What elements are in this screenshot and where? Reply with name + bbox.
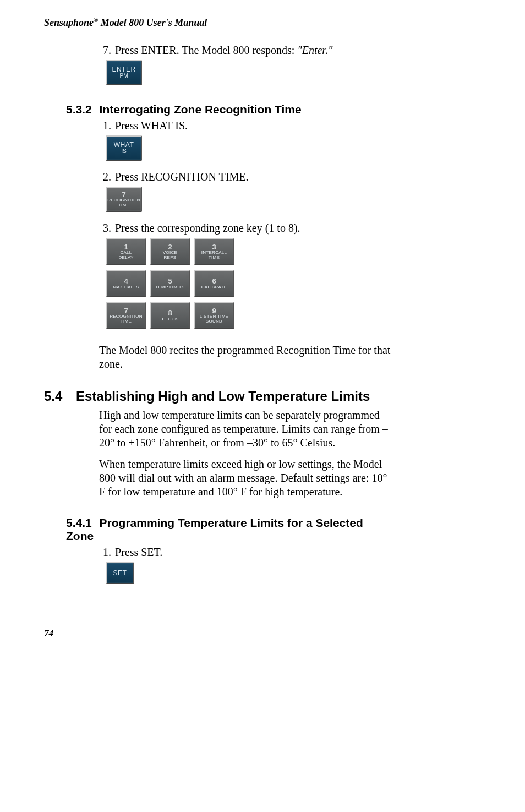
section-5-3-2-body: 1. Press WHAT IS. WHAT IS 2. Press RECOG… <box>99 119 393 329</box>
zone-keypad: 1 CALL DELAY 2 VOICE REPS 3 INTERCALL TI… <box>106 237 393 329</box>
list-number: 2. <box>99 171 111 183</box>
step-3: 3. Press the corresponding zone key (1 t… <box>99 222 393 235</box>
keypad-row-3: 7 RECOGNITION TIME 8 CLOCK 9 LISTEN TIME… <box>106 301 393 329</box>
key-4: 4 MAX CALLS <box>106 270 146 297</box>
key-number: 3 <box>212 243 216 251</box>
key-label: MAX CALLS <box>113 285 139 290</box>
key-number: 7 <box>124 307 128 315</box>
section-5-3-2-tail: The Model 800 recites the programmed Rec… <box>99 344 393 371</box>
key-number: 4 <box>124 277 128 285</box>
step-text: Press the corresponding zone key (1 to 8… <box>115 222 300 234</box>
section-title: Programming Temperature Limits for a Sel… <box>66 516 363 542</box>
enter-key: ENTER PM <box>106 60 142 85</box>
key-sublabel: PM <box>120 73 128 79</box>
section-number: 5.4 <box>44 389 76 404</box>
what-is-key: WHAT IS <box>106 135 142 161</box>
key-2: 2 VOICE REPS <box>150 238 190 265</box>
recognition-time-key: 7 RECOGNITION TIME <box>106 187 142 212</box>
list-number: 7. <box>99 44 111 57</box>
key-label: SET <box>113 570 127 577</box>
key-sublabel: TIME <box>121 319 132 324</box>
page-number: 74 <box>44 628 393 639</box>
key-9: 9 LISTEN TIME SOUND <box>194 302 234 329</box>
section-5-4-1-body: 1. Press SET. SET <box>99 546 393 584</box>
brand: Sensaphone <box>44 17 94 28</box>
quoted-response: "Enter." <box>297 44 332 56</box>
section-5-4-p2: When temperature limits exceed high or l… <box>99 457 393 499</box>
key-label: CALIBRATE <box>201 285 227 290</box>
key-sublabel: TIME <box>209 255 220 260</box>
key-sublabel: TIME <box>118 203 129 208</box>
list-number: 3. <box>99 222 111 235</box>
key-sublabel: IS <box>121 149 126 155</box>
step-text: Press ENTER. The Model 800 responds: <box>115 44 297 56</box>
step-1: 1. Press SET. <box>99 546 393 559</box>
key-sublabel: REPS <box>164 255 177 260</box>
keypad-row-1: 1 CALL DELAY 2 VOICE REPS 3 INTERCALL TI… <box>106 237 393 265</box>
page-header: Sensaphone® Model 800 User's Manual <box>44 17 393 29</box>
section-5-4-1-heading: 5.4.1 Programming Temperature Limits for… <box>66 516 393 543</box>
list-number: 1. <box>99 546 111 559</box>
step-text: Press RECOGNITION TIME. <box>115 171 248 183</box>
step-7-text: 7. Press ENTER. The Model 800 responds: … <box>99 44 393 57</box>
step-2: 2. Press RECOGNITION TIME. <box>99 171 393 183</box>
key-number: 7 <box>122 191 125 199</box>
section-number: 5.3.2 <box>66 103 92 116</box>
section-title: Interrogating Zone Recognition Time <box>100 103 302 116</box>
key-number: 9 <box>212 307 216 315</box>
step-1: 1. Press WHAT IS. <box>99 119 393 132</box>
section-5-3-2-heading: 5.3.2 Interrogating Zone Recognition Tim… <box>66 103 393 116</box>
key-5: 5 TEMP LIMITS <box>150 270 190 297</box>
key-number: 5 <box>168 277 172 285</box>
section-title: Establishing High and Low Temperature Li… <box>76 389 370 404</box>
key-label: CLOCK <box>162 317 178 321</box>
step-7-block: 7. Press ENTER. The Model 800 responds: … <box>99 44 393 85</box>
key-sublabel: DELAY <box>118 255 133 260</box>
key-number: 2 <box>168 243 172 251</box>
key-number: 6 <box>212 277 216 285</box>
section-5-4-heading: 5.4 Establishing High and Low Temperatur… <box>44 389 393 404</box>
key-sublabel: SOUND <box>206 319 222 324</box>
key-6: 6 CALIBRATE <box>194 270 234 297</box>
section-number: 5.4.1 <box>66 516 92 529</box>
set-key: SET <box>106 562 134 584</box>
key-1: 1 CALL DELAY <box>106 238 146 265</box>
key-number: 1 <box>124 243 128 251</box>
header-subtitle: Model 800 User's Manual <box>101 17 207 28</box>
list-number: 1. <box>99 119 111 132</box>
key-label: TEMP LIMITS <box>155 285 184 290</box>
key-3: 3 INTERCALL TIME <box>194 238 234 265</box>
key-8: 8 CLOCK <box>150 302 190 329</box>
step-text: Press WHAT IS. <box>115 119 188 132</box>
step-text: Press SET. <box>115 546 162 558</box>
keypad-row-2: 4 MAX CALLS 5 TEMP LIMITS 6 CALIBRATE <box>106 269 393 297</box>
section-5-4-p1: High and low temperature limits can be s… <box>99 408 393 450</box>
key-7: 7 RECOGNITION TIME <box>106 302 146 329</box>
registered-mark: ® <box>94 17 98 23</box>
key-number: 8 <box>168 309 172 317</box>
